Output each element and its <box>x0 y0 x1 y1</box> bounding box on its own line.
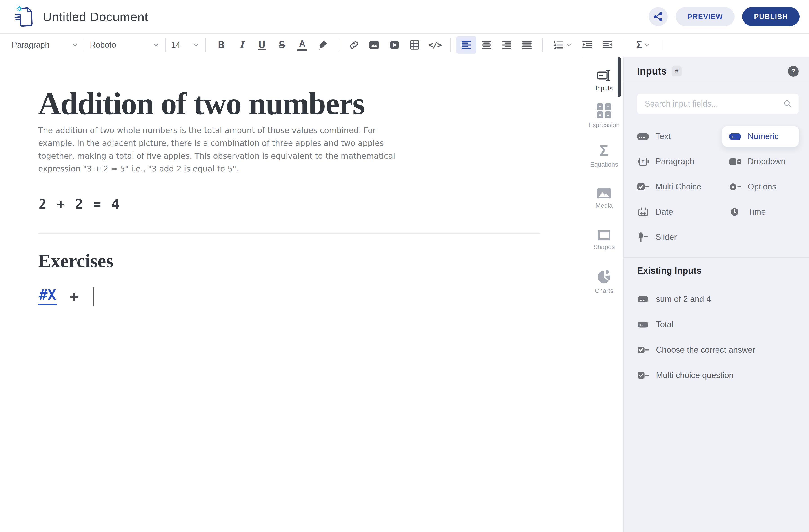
strikethrough-button[interactable]: S <box>272 36 292 54</box>
existing-input-row[interactable]: Multi choice question <box>637 362 799 388</box>
input-type-time[interactable]: Time <box>729 207 799 217</box>
highlighter-icon <box>317 39 328 50</box>
align-right-button[interactable] <box>497 36 517 54</box>
rail-tab-charts[interactable]: Charts <box>585 265 623 299</box>
equations-icon: Σ <box>600 143 608 158</box>
input-reference-chip[interactable]: #X <box>38 288 57 305</box>
equation-block[interactable]: 2 + 2 = 4 <box>39 196 119 212</box>
align-justify-button[interactable] <box>517 36 537 54</box>
multichoice-input-icon <box>637 372 649 379</box>
underline-button[interactable]: U <box>252 36 272 54</box>
ordered-list-icon <box>553 39 564 50</box>
shapes-icon <box>598 230 610 240</box>
media-icon <box>597 188 612 199</box>
publish-button[interactable]: PUBLISH <box>742 7 799 26</box>
italic-button[interactable]: I <box>231 36 252 54</box>
share-button[interactable] <box>649 7 668 26</box>
align-justify-icon <box>521 39 532 50</box>
equation-button[interactable]: Σ <box>629 36 657 54</box>
panel-title: Inputs <box>637 66 667 77</box>
block-style-dropdown[interactable]: Paragraph <box>12 40 79 50</box>
chevron-down-icon <box>152 41 160 49</box>
underline-icon: U <box>258 40 265 50</box>
rail-tab-media[interactable]: Media <box>585 182 623 215</box>
formatting-toolbar: Paragraph Roboto 14 B I U S A <box>0 34 809 56</box>
input-search[interactable] <box>637 94 799 114</box>
font-family-dropdown[interactable]: Roboto <box>90 40 160 50</box>
existing-input-row[interactable]: 1.. Total <box>637 312 799 337</box>
outdent-icon <box>602 39 613 50</box>
inputs-panel: Inputs # ? Text <box>623 57 809 532</box>
dropdown-input-icon <box>729 157 741 166</box>
rail-tab-expression[interactable]: +−×= Expression <box>585 99 623 133</box>
existing-input-row[interactable]: sum of 2 and 4 <box>637 286 799 312</box>
chevron-down-icon <box>71 41 79 49</box>
document-paragraph[interactable]: The addition of two whole numbers is the… <box>38 124 407 175</box>
tools-rail: Inputs +−×= Expression Σ Equations Media… <box>585 57 623 532</box>
link-icon <box>348 39 359 50</box>
sigma-icon: Σ <box>636 39 642 51</box>
text-cursor <box>93 287 94 306</box>
input-type-multichoice[interactable]: Multi Choice <box>637 182 729 191</box>
outdent-button[interactable] <box>597 36 618 54</box>
input-type-options[interactable]: Options <box>729 182 799 191</box>
list-button[interactable] <box>548 36 577 54</box>
horizontal-rule <box>38 233 540 234</box>
input-type-numeric[interactable]: 1.. Numeric <box>722 126 799 147</box>
options-input-icon <box>729 183 741 191</box>
multichoice-input-icon <box>637 346 649 354</box>
document-heading[interactable]: Addition of two numbers <box>38 85 364 122</box>
input-type-slider[interactable]: Slider <box>637 232 729 242</box>
numeric-input-icon: 1.. <box>637 321 649 328</box>
align-center-icon <box>481 39 492 50</box>
bold-button[interactable]: B <box>211 36 231 54</box>
charts-icon <box>597 270 611 284</box>
app-logo-icon <box>13 5 36 28</box>
hash-badge: # <box>672 66 682 76</box>
italic-icon: I <box>239 40 244 50</box>
document-title[interactable]: Untitled Document <box>43 10 148 24</box>
indent-button[interactable] <box>577 36 597 54</box>
paragraph-input-icon: T <box>637 157 649 166</box>
slider-input-icon <box>637 232 649 242</box>
inputs-icon <box>597 69 611 82</box>
indent-icon <box>582 39 592 50</box>
rail-tab-equations[interactable]: Σ Equations <box>585 139 623 173</box>
date-input-icon <box>637 207 649 217</box>
insert-table-button[interactable] <box>404 36 425 54</box>
table-icon <box>409 39 420 50</box>
svg-text:1..: 1.. <box>639 323 643 327</box>
chevron-down-icon <box>192 41 200 49</box>
text-color-button[interactable]: A <box>292 36 312 54</box>
expression-icon: +−×= <box>597 103 612 118</box>
insert-image-button[interactable] <box>364 36 384 54</box>
topbar: Untitled Document PREVIEW PUBLISH <box>0 0 809 34</box>
video-icon <box>389 39 400 50</box>
code-icon: </> <box>428 41 441 49</box>
share-icon <box>653 12 663 21</box>
rail-tab-inputs[interactable]: Inputs <box>585 64 623 98</box>
exercise-line[interactable]: #X + <box>38 287 94 306</box>
input-type-dropdown[interactable]: Dropdown <box>729 157 799 166</box>
chevron-down-icon <box>643 41 650 48</box>
existing-input-row[interactable]: Choose the correct answer <box>637 337 799 362</box>
font-size-dropdown[interactable]: 14 <box>171 40 200 50</box>
exercises-heading[interactable]: Exercises <box>38 250 113 272</box>
code-button[interactable]: </> <box>425 36 445 54</box>
image-icon <box>369 39 380 50</box>
input-type-text[interactable]: Text <box>637 132 729 141</box>
document-canvas[interactable]: Addition of two numbers The addition of … <box>0 57 584 532</box>
multichoice-input-icon <box>637 183 649 191</box>
strikethrough-icon: S <box>279 40 286 50</box>
input-type-paragraph[interactable]: T Paragraph <box>637 157 729 166</box>
input-type-date[interactable]: Date <box>637 207 729 217</box>
link-button[interactable] <box>344 36 364 54</box>
help-button[interactable]: ? <box>788 66 799 76</box>
rail-tab-shapes[interactable]: Shapes <box>585 224 623 257</box>
search-input[interactable] <box>645 99 783 108</box>
highlight-button[interactable] <box>312 36 332 54</box>
align-left-button[interactable] <box>456 36 477 54</box>
align-center-button[interactable] <box>477 36 497 54</box>
preview-button[interactable]: PREVIEW <box>676 7 735 26</box>
insert-video-button[interactable] <box>384 36 404 54</box>
